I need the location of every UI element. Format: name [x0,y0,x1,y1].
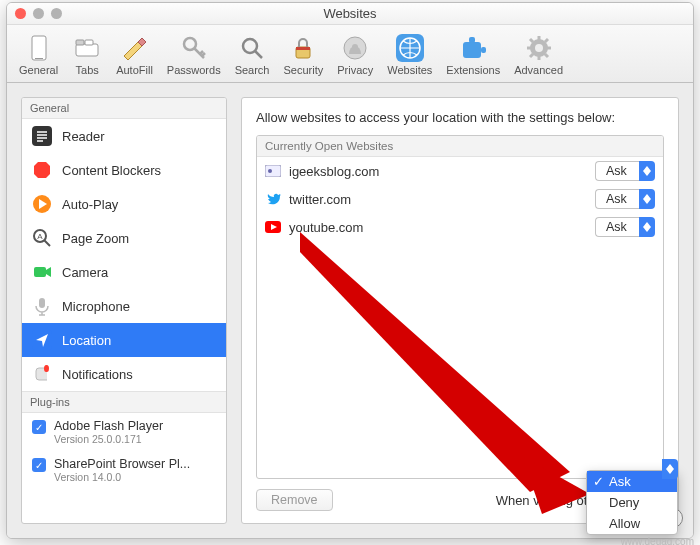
site-favicon [265,163,281,179]
notifications-icon [32,364,52,384]
dropdown-option-deny[interactable]: Deny [587,492,677,513]
sites-box: Currently Open Websites igeeksblog.com A… [256,135,664,479]
autofill-icon [119,33,149,63]
plugin-version: Version 14.0.0 [54,471,190,483]
extensions-icon [458,33,488,63]
sidebar: General Reader Content Blockers Auto-Pla… [21,97,227,524]
close-button[interactable] [15,8,26,19]
checkbox-icon[interactable]: ✓ [32,420,46,434]
stop-icon [32,160,52,180]
svg-marker-35 [643,199,651,204]
sidebar-item-page-zoom[interactable]: A Page Zoom [22,221,226,255]
svg-rect-8 [296,47,310,50]
toolbar-privacy[interactable]: Privacy [331,31,379,78]
sidebar-item-label: Reader [62,129,105,144]
svg-marker-41 [666,469,674,474]
stepper-arrows-icon [639,217,655,237]
site-row-youtube[interactable]: youtube.com Ask [257,213,663,241]
stepper-arrows-icon [639,189,655,209]
sidebar-item-camera[interactable]: Camera [22,255,226,289]
svg-marker-19 [34,162,50,178]
plugin-version: Version 25.0.0.171 [54,433,163,445]
site-permission-select[interactable]: Ask [595,217,655,237]
tabs-icon [72,33,102,63]
site-permission-select[interactable]: Ask [595,189,655,209]
sidebar-item-label: Location [62,333,111,348]
search-icon [237,33,267,63]
titlebar: Websites [7,3,693,25]
sidebar-item-reader[interactable]: Reader [22,119,226,153]
stepper-arrows-icon [639,161,655,181]
main-heading: Allow websites to access your location w… [256,110,664,125]
svg-rect-3 [76,40,84,45]
plugin-item-flash[interactable]: ✓ Adobe Flash Player Version 25.0.0.171 [22,413,226,451]
globe-icon [395,33,425,63]
checkbox-icon[interactable]: ✓ [32,458,46,472]
main-panel: Allow websites to access your location w… [241,97,679,524]
site-favicon [265,191,281,207]
sidebar-header-plugins: Plug-ins [22,391,226,413]
sidebar-item-location[interactable]: Location [22,323,226,357]
toolbar-search[interactable]: Search [229,31,276,78]
sidebar-item-notifications[interactable]: Notifications [22,357,226,391]
toolbar-websites[interactable]: Websites [381,31,438,78]
dropdown-option-allow[interactable]: Allow [587,513,677,534]
toolbar-advanced[interactable]: Advanced [508,31,569,78]
svg-marker-33 [643,171,651,176]
svg-rect-4 [85,40,93,45]
toolbar-autofill[interactable]: AutoFill [110,31,159,78]
svg-rect-2 [76,44,98,56]
site-favicon [265,219,281,235]
plugin-item-sharepoint[interactable]: ✓ SharePoint Browser Pl... Version 14.0.… [22,451,226,489]
svg-rect-18 [32,126,52,146]
toolbar-tabs[interactable]: Tabs [66,31,108,78]
remove-button[interactable]: Remove [256,489,333,511]
svg-rect-10 [352,44,358,51]
microphone-icon [32,296,52,316]
watermark: www.deuaq.com [621,536,694,545]
toolbar: General Tabs AutoFill Passwords Search S… [7,25,693,83]
svg-text:A: A [37,232,43,241]
sidebar-item-label: Page Zoom [62,231,129,246]
stepper-arrows-icon [662,459,678,479]
svg-marker-39 [643,227,651,232]
svg-point-31 [268,169,272,173]
zoom-icon: A [32,228,52,248]
minimize-button[interactable] [33,8,44,19]
play-icon [32,194,52,214]
sidebar-item-label: Notifications [62,367,133,382]
sidebar-item-label: Camera [62,265,108,280]
sidebar-item-label: Content Blockers [62,163,161,178]
svg-marker-25 [46,267,51,277]
sidebar-header-general: General [22,98,226,119]
toolbar-general[interactable]: General [13,31,64,78]
svg-point-17 [535,44,543,52]
site-name: youtube.com [289,220,587,235]
site-row-twitter[interactable]: twitter.com Ask [257,185,663,213]
preferences-window: Websites General Tabs AutoFill Passwords… [6,2,694,539]
toolbar-extensions[interactable]: Extensions [440,31,506,78]
lock-icon [288,33,318,63]
sites-header: Currently Open Websites [257,136,663,157]
svg-point-6 [243,39,257,53]
sidebar-item-microphone[interactable]: Microphone [22,289,226,323]
site-row-igeeksblog[interactable]: igeeksblog.com Ask [257,157,663,185]
zoom-button[interactable] [51,8,62,19]
sidebar-item-content-blockers[interactable]: Content Blockers [22,153,226,187]
gear-icon [524,33,554,63]
plugin-name: Adobe Flash Player [54,419,163,433]
svg-rect-1 [35,58,43,59]
svg-rect-13 [463,42,481,58]
toolbar-passwords[interactable]: Passwords [161,31,227,78]
sidebar-item-auto-play[interactable]: Auto-Play [22,187,226,221]
svg-rect-24 [34,267,46,277]
site-name: igeeksblog.com [289,164,587,179]
general-icon [24,33,54,63]
site-permission-select[interactable]: Ask [595,161,655,181]
svg-rect-30 [265,165,281,177]
svg-rect-26 [39,298,45,308]
toolbar-security[interactable]: Security [277,31,329,78]
window-title: Websites [323,6,376,21]
default-permission-dropdown[interactable]: Ask Deny Allow [586,470,678,535]
svg-rect-15 [481,47,486,53]
